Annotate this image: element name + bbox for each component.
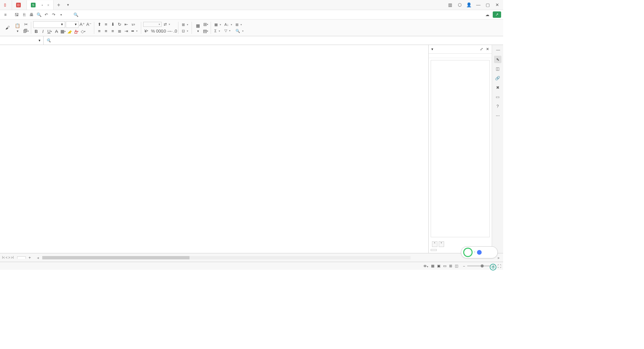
focus-icon[interactable]: ▣ xyxy=(437,264,440,268)
print-icon[interactable]: 🖶 xyxy=(28,11,35,18)
strike-icon[interactable]: A̶ xyxy=(53,29,59,35)
select-tool-icon[interactable]: ⬉ xyxy=(494,56,501,63)
align-bottom-icon[interactable]: ⬇ xyxy=(110,21,116,28)
formula-input[interactable] xyxy=(56,38,358,43)
worksheet-button[interactable]: ⊡ ▾ xyxy=(180,28,190,34)
last-sheet-icon[interactable]: >I xyxy=(11,256,14,259)
cond-format-button[interactable]: ▦ ▾ xyxy=(194,20,202,35)
percent-icon[interactable]: % xyxy=(150,28,156,34)
performance-widget[interactable]: ↑ xyxy=(461,246,498,258)
align-top-icon[interactable]: ⬆ xyxy=(96,21,102,28)
move-up-button[interactable]: ˄ xyxy=(432,241,437,247)
merge-button[interactable]: ⬌ ▾ xyxy=(130,28,139,34)
screen-icon[interactable]: ▭ xyxy=(494,93,501,101)
freeze-button[interactable]: ⊞ ▾ xyxy=(234,22,245,28)
name-box[interactable]: ▾ xyxy=(0,36,44,45)
share-button[interactable]: ↗ xyxy=(493,11,501,18)
row-col-button[interactable]: ⊞ ▾ xyxy=(180,22,190,28)
layer-icon[interactable]: ◫ xyxy=(494,65,501,72)
page-icon[interactable]: ▭ xyxy=(443,264,446,268)
number-format-select[interactable]: ▾ xyxy=(143,22,162,27)
save-icon[interactable]: 🖫 xyxy=(13,11,20,18)
paste-button[interactable]: 📋 ▾ xyxy=(13,20,22,35)
zoom-out-icon[interactable]: − xyxy=(463,264,465,268)
prev-sheet-icon[interactable]: < xyxy=(6,256,8,259)
find-button[interactable]: 🔍 ▾ xyxy=(234,28,245,34)
align-center-icon[interactable]: ≡ xyxy=(103,28,109,34)
redo-icon[interactable]: ↷ xyxy=(50,11,57,18)
convert-button[interactable]: ⇄ ▾ xyxy=(162,21,171,27)
dropdown-icon[interactable]: ▾ xyxy=(58,11,64,18)
first-sheet-icon[interactable]: I< xyxy=(2,256,5,259)
move-down-button[interactable]: ˅ xyxy=(439,241,444,247)
fullscreen-icon[interactable]: ⛶ xyxy=(497,264,501,268)
add-sheet-button[interactable]: + xyxy=(26,255,34,260)
tab-add-button[interactable]: + xyxy=(54,2,63,8)
preview-icon[interactable]: 🔍 xyxy=(36,11,42,18)
help-icon[interactable]: ? xyxy=(494,103,501,110)
underline-icon[interactable]: U▾ xyxy=(47,29,53,35)
layout-icon[interactable]: ▥ xyxy=(446,1,454,9)
minimize-icon[interactable]: — xyxy=(474,1,482,9)
cell-style-icon[interactable]: ▤▾ xyxy=(203,28,209,34)
user-icon[interactable]: 👤 xyxy=(465,1,473,9)
italic-icon[interactable]: I xyxy=(40,29,46,35)
app-tab[interactable]: ▯ xyxy=(0,0,12,10)
indent-inc-icon[interactable]: ⇥ xyxy=(123,28,129,34)
tab-close-icon[interactable]: • xyxy=(42,3,43,7)
indent-dec-icon[interactable]: ⇤ xyxy=(123,21,129,28)
fill-button[interactable]: ▦ ▾ xyxy=(213,22,222,28)
text-color-icon[interactable]: A▾ xyxy=(73,29,79,35)
close-icon[interactable]: ✕ xyxy=(493,1,501,9)
grid-view-icon[interactable]: ▦ xyxy=(431,264,434,268)
font-select[interactable]: ▾ xyxy=(33,21,65,28)
reader-icon[interactable]: ◫ xyxy=(455,264,458,268)
align-right-icon[interactable]: ≡ xyxy=(110,28,116,34)
file-menu[interactable] xyxy=(9,14,13,16)
tab-workbook[interactable]: S • × xyxy=(27,0,54,10)
undo-icon[interactable]: ↶ xyxy=(43,11,50,18)
tab-menu-button[interactable]: ▾ xyxy=(64,3,72,7)
bold-icon[interactable]: B xyxy=(33,29,39,35)
search-icon[interactable]: 🔍 xyxy=(72,11,79,18)
align-middle-icon[interactable]: ≡ xyxy=(103,21,109,28)
border-icon[interactable]: ▦▾ xyxy=(60,29,66,35)
sheet-tab[interactable] xyxy=(17,256,26,259)
orientation-icon[interactable]: ↻ xyxy=(116,21,122,28)
show-all-button[interactable] xyxy=(431,249,437,251)
tab-close-icon[interactable]: × xyxy=(47,3,49,7)
sum-button[interactable]: Σ ▾ xyxy=(213,28,222,34)
maximize-icon[interactable]: ▢ xyxy=(484,1,492,9)
copy-icon[interactable]: 🗐▾ xyxy=(23,28,29,34)
filter-button[interactable]: ▽ ▾ xyxy=(223,28,233,34)
dec-dec-icon[interactable]: ←.0 xyxy=(170,28,176,34)
tools-icon[interactable]: ✖ xyxy=(494,84,501,91)
cube-icon[interactable]: ⬡ xyxy=(455,1,464,9)
eye-icon[interactable]: 👁▾ xyxy=(423,264,428,268)
align-left-icon[interactable]: ≡ xyxy=(96,28,102,34)
zoom-fx-icon[interactable]: 🔍 xyxy=(46,38,51,43)
justify-icon[interactable]: ≣ xyxy=(116,28,122,34)
fill-color-icon[interactable]: ◢▾ xyxy=(67,29,73,35)
link-icon[interactable]: 🔗 xyxy=(494,74,501,82)
dec-inc-icon[interactable]: .0→ xyxy=(163,28,169,34)
chevron-down-icon[interactable]: ▾ xyxy=(39,38,41,43)
next-sheet-icon[interactable]: > xyxy=(8,256,10,259)
export-icon[interactable]: ⎘ xyxy=(21,11,28,18)
collapse-icon[interactable]: — xyxy=(494,46,502,54)
spreadsheet-grid[interactable] xyxy=(0,45,428,253)
more-icon[interactable]: ⋯ xyxy=(494,112,501,119)
cloud-icon[interactable]: ☁ xyxy=(484,11,491,18)
sort-button[interactable]: A↓ ▾ xyxy=(223,22,233,27)
tab-template[interactable]: D xyxy=(12,0,27,10)
chevron-down-icon[interactable]: ▾ xyxy=(431,47,433,51)
comma-icon[interactable]: 000 xyxy=(157,28,163,34)
h-scrollbar[interactable]: ◂ ▸ xyxy=(34,255,503,260)
decrease-font-icon[interactable]: A⁻ xyxy=(86,21,92,28)
close-icon[interactable]: ✕ xyxy=(486,47,489,51)
hamburger-icon[interactable]: ≡ xyxy=(2,11,9,18)
clear-format-icon[interactable]: ◇▾ xyxy=(80,29,86,35)
pin-icon[interactable]: ⤢ xyxy=(480,47,483,51)
layout-icon[interactable]: ⊞ xyxy=(449,264,452,268)
table-style-icon[interactable]: ⊞▾ xyxy=(203,21,209,28)
